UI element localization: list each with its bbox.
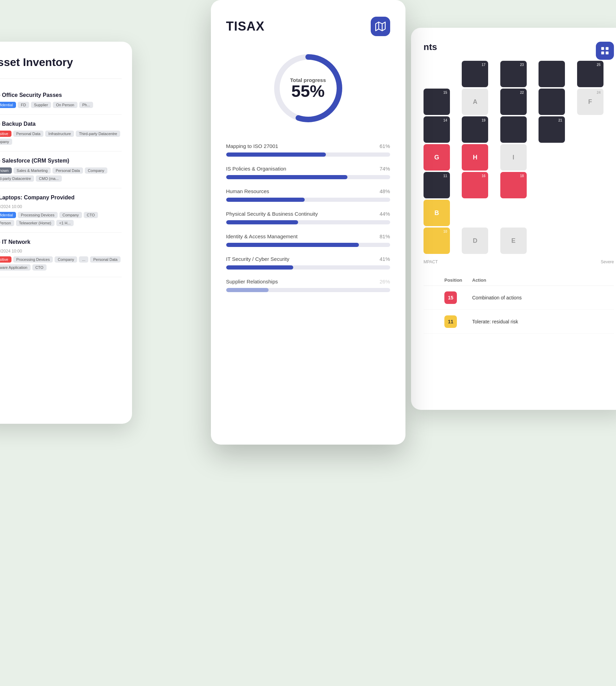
divider xyxy=(0,78,122,79)
progress-item-itsec: IT Security / Cyber Security 41% xyxy=(226,256,390,270)
heatmap-cell xyxy=(577,116,603,143)
heatmap-cell xyxy=(577,200,603,226)
progress-pct: 48% xyxy=(379,188,390,194)
tag-unknown: Unknown xyxy=(0,167,12,174)
heatmap-cell: 16 xyxy=(462,172,488,198)
tag-cmo: CMO (ma... xyxy=(36,175,62,182)
progress-item-iam: Identity & Access Management 81% xyxy=(226,233,390,247)
progress-bar-fill xyxy=(226,288,269,292)
asset-item-15[interactable]: 15 – IT Network 12/09/2024 10:00 Sensiti… xyxy=(0,233,122,277)
tag-lt1h: <1 H... xyxy=(56,220,74,226)
heatmap-cell: 22 xyxy=(500,89,527,115)
tag-company: Company xyxy=(59,212,82,218)
tag-software: Software Application xyxy=(0,264,31,271)
asset-item-26[interactable]: 26 – Backup Data Sensitive Personal Data… xyxy=(0,115,122,151)
donut-text: Total progress 55% xyxy=(290,77,326,100)
row-position: 11 xyxy=(444,315,472,328)
heatmap-cell: 19 xyxy=(462,116,488,143)
impact-label: MPACT Severe xyxy=(424,259,614,264)
heatmap-cell: 10 xyxy=(424,228,450,254)
heatmap-cell: H xyxy=(462,144,488,171)
risk-table: Position Action 15 Combination of action… xyxy=(424,275,614,334)
progress-bar-bg xyxy=(226,175,390,179)
heatmap-cell: B xyxy=(424,200,450,226)
progress-label: Physical Security & Business Continuity xyxy=(226,211,318,217)
tag-sensitive: Sensitive xyxy=(0,131,11,137)
heatmap-cell xyxy=(539,89,565,115)
asset-tags: Confidential FD Supplier On Person Ph... xyxy=(0,102,122,108)
progress-bar-bg xyxy=(226,265,390,270)
tisax-header: TISAX xyxy=(226,17,390,36)
risk-badge-11: 11 xyxy=(444,315,457,328)
tisax-card: TISAX Total progress 55% xyxy=(211,0,405,445)
heatmap-cell: 15 xyxy=(424,89,450,115)
tag-company: Company xyxy=(85,167,107,174)
asset-title: 26 – Backup Data xyxy=(0,121,122,127)
heatmap-cell xyxy=(577,228,603,254)
asset-inventory-title: Asset Inventory xyxy=(0,56,122,69)
tag-company: Company xyxy=(0,139,12,145)
heatmap-cell xyxy=(424,61,450,87)
asset-inventory-card: Asset Inventory 25 – Office Security Pas… xyxy=(0,42,132,424)
tag-sensitive: Sensitive xyxy=(0,256,11,263)
col-action: Action xyxy=(472,278,614,283)
progress-bar-fill xyxy=(226,152,326,157)
progress-bar-fill xyxy=(226,175,347,179)
progress-label: Identity & Access Management xyxy=(226,233,298,239)
tag-cto: CTO xyxy=(84,212,98,218)
asset-item-22[interactable]: 22 – Salesforce (CRM System) Unknown Sal… xyxy=(0,151,122,188)
progress-pct: 44% xyxy=(379,211,390,217)
asset-date: 12/09/2024 10:00 xyxy=(0,249,122,254)
progress-item-iso: Mapping to ISO 27001 61% xyxy=(226,143,390,157)
risk-table-header: Position Action xyxy=(424,275,614,286)
tag-company: Company xyxy=(55,256,77,263)
risk-action-text: Combination of actions xyxy=(472,295,614,300)
heatmap-cell: 11 xyxy=(424,172,450,198)
col-blank xyxy=(424,278,444,283)
heatmap-cell xyxy=(577,172,603,198)
tag-ph: Ph... xyxy=(79,102,93,108)
heatmap-cell: 18 xyxy=(500,172,527,198)
progress-item-supplier: Supplier Relationships 26% xyxy=(226,279,390,292)
progress-item-policies: IS Policies & Organisation 74% xyxy=(226,166,390,179)
asset-title: 15 – IT Network xyxy=(0,239,122,245)
progress-pct: 81% xyxy=(379,233,390,239)
asset-title: 25 – Office Security Passes xyxy=(0,92,122,98)
tag-teleworker: Teleworker (Home) xyxy=(16,220,55,226)
progress-label: IS Policies & Organisation xyxy=(226,166,286,172)
asset-title: 2 – Laptops: Company Provided xyxy=(0,195,122,201)
tag-processing: Processing Devices xyxy=(18,212,58,218)
progress-pct: 74% xyxy=(379,166,390,172)
heatmap-grid: 17 23 25 15 A 22 24F 14 19 21 G H I 11 1… xyxy=(424,61,614,254)
heatmap-cell: 14 xyxy=(424,116,450,143)
progress-bar-bg xyxy=(226,152,390,157)
heatmap-cell: 23 xyxy=(500,61,527,87)
progress-bar-fill xyxy=(226,243,359,247)
heatmap-cell xyxy=(500,200,527,226)
progress-pct: 26% xyxy=(379,279,390,284)
risk-table-row: 15 Combination of actions xyxy=(424,286,614,310)
asset-tags: Confidential Processing Devices Company … xyxy=(0,212,122,226)
svg-rect-0 xyxy=(601,47,604,50)
asset-item-2[interactable]: 2 – Laptops: Company Provided 09/06/2024… xyxy=(0,188,122,233)
heatmap-cell: 25 xyxy=(577,61,603,87)
heatmap-cell: D xyxy=(462,228,488,254)
tag-supplier: Supplier xyxy=(31,102,51,108)
heatmap-cell xyxy=(539,228,565,254)
tag-on-person: On Person xyxy=(0,220,14,226)
tag-sales: Sales & Marketing xyxy=(14,167,51,174)
tag-personal-data: Personal Data xyxy=(13,131,44,137)
donut-percent: 55% xyxy=(290,83,326,100)
progress-item-physical: Physical Security & Business Continuity … xyxy=(226,211,390,224)
progress-bar-bg xyxy=(226,243,390,247)
tag-processing: Processing Devices xyxy=(13,256,53,263)
asset-item-25[interactable]: 25 – Office Security Passes Confidential… xyxy=(0,86,122,115)
row-position: 15 xyxy=(444,291,472,304)
progress-label: Supplier Relationships xyxy=(226,279,278,284)
progress-pct: 41% xyxy=(379,256,390,262)
heatmap-cell: G xyxy=(424,144,450,171)
asset-tags: Sensitive Personal Data Infrastructure T… xyxy=(0,131,122,145)
progress-bar-fill xyxy=(226,265,294,270)
impact-right-label: Severe xyxy=(601,259,614,264)
svg-rect-3 xyxy=(606,51,608,54)
